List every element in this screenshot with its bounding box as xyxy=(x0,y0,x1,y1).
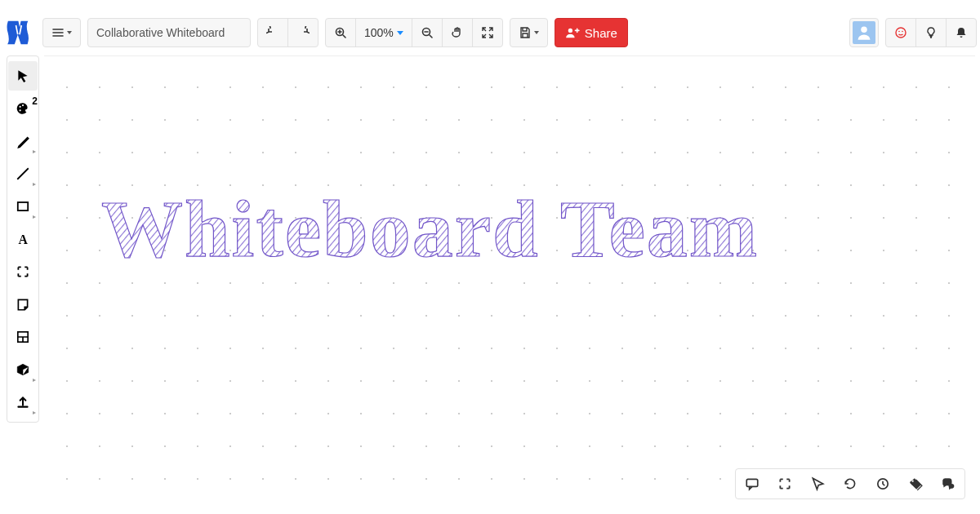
svg-point-8 xyxy=(22,104,24,106)
pan-button[interactable] xyxy=(442,19,472,47)
zoom-in-button[interactable] xyxy=(326,19,355,47)
notifications-button[interactable] xyxy=(946,19,976,47)
chat-tool[interactable] xyxy=(932,469,964,498)
svg-point-18 xyxy=(912,481,914,482)
svg-rect-16 xyxy=(746,479,758,486)
svg-point-7 xyxy=(20,106,21,108)
history-tool[interactable] xyxy=(834,469,866,498)
top-toolbar: 100% Share xyxy=(3,15,977,51)
svg-point-3 xyxy=(861,27,867,33)
menu-button[interactable] xyxy=(43,19,80,47)
palette-badge: 2 xyxy=(32,95,38,107)
note-tool[interactable] xyxy=(8,290,38,319)
board-title-input[interactable] xyxy=(87,18,251,47)
comment-tool[interactable] xyxy=(736,469,768,498)
timer-tool[interactable] xyxy=(866,469,899,498)
cube-tool[interactable]: ▸ xyxy=(8,355,38,384)
shape-tool[interactable]: ▸ xyxy=(8,192,38,221)
svg-point-6 xyxy=(902,31,903,33)
share-button[interactable]: Share xyxy=(555,18,628,47)
bottom-quickbar xyxy=(735,468,965,499)
canvas-text-object[interactable]: Whiteboard Team xyxy=(101,175,918,307)
zoom-level-dropdown[interactable]: 100% xyxy=(355,19,412,47)
palette-tool[interactable]: 2 xyxy=(8,94,38,123)
save-button[interactable] xyxy=(510,19,547,47)
line-tool[interactable]: ▸ xyxy=(8,159,38,188)
template-tool[interactable] xyxy=(8,322,38,352)
reactions-button[interactable] xyxy=(886,19,915,47)
zoom-out-button[interactable] xyxy=(412,19,442,47)
svg-text:A: A xyxy=(18,233,28,246)
tag-tool[interactable] xyxy=(899,469,932,498)
avatar-button[interactable] xyxy=(849,18,879,47)
whiteboard-canvas[interactable]: Whiteboard Team xyxy=(44,55,975,509)
svg-point-4 xyxy=(896,28,906,38)
presentation-tool[interactable] xyxy=(768,469,801,498)
svg-point-5 xyxy=(898,31,900,33)
redo-button[interactable] xyxy=(287,19,318,47)
follow-tool[interactable] xyxy=(801,469,834,498)
text-tool[interactable]: A xyxy=(8,224,38,254)
undo-button[interactable] xyxy=(258,19,287,47)
svg-point-2 xyxy=(568,29,572,33)
avatar-icon xyxy=(853,21,875,44)
svg-text:Whiteboard Team: Whiteboard Team xyxy=(101,184,759,274)
app-logo[interactable] xyxy=(3,16,36,49)
svg-point-9 xyxy=(20,109,21,111)
chevron-down-icon xyxy=(397,31,403,35)
zoom-level-label: 100% xyxy=(364,26,394,39)
left-tool-palette: 2 ▸ ▸ ▸ A ▸ ▸ xyxy=(7,55,39,423)
upload-tool[interactable]: ▸ xyxy=(8,388,38,417)
pen-tool[interactable]: ▸ xyxy=(8,126,38,156)
svg-rect-10 xyxy=(18,202,28,210)
frame-tool[interactable] xyxy=(8,257,38,286)
share-label: Share xyxy=(585,26,617,40)
select-tool[interactable] xyxy=(8,61,38,91)
fit-screen-button[interactable] xyxy=(472,19,502,47)
idea-button[interactable] xyxy=(915,19,946,47)
